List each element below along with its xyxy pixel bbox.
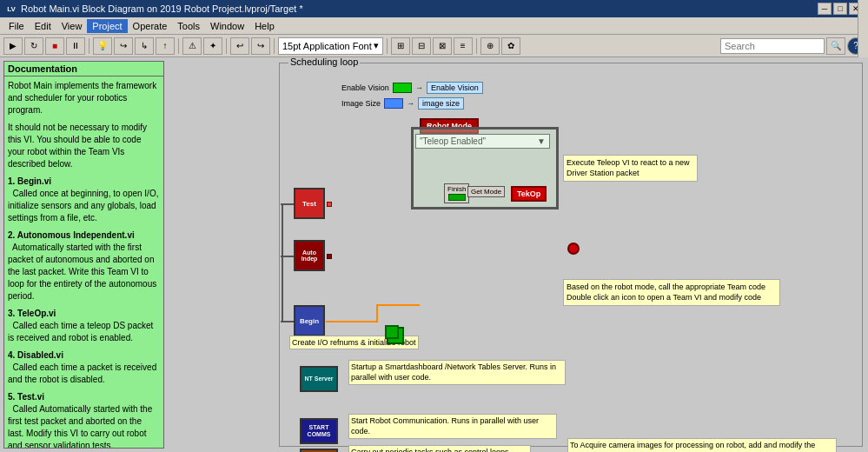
warning-button[interactable]: ⚠ xyxy=(182,37,202,55)
start-comms-label: START COMMS xyxy=(301,424,336,437)
telop-node: TekOp xyxy=(511,186,547,202)
doc-header: Documentation xyxy=(4,62,163,76)
minimize-button[interactable]: ─ xyxy=(818,3,832,15)
main-content: Documentation Robot Main implements the … xyxy=(0,57,868,452)
doc-item-1: 1. Begin.vi Called once at beginning, to… xyxy=(8,176,160,224)
menu-tools[interactable]: Tools xyxy=(172,19,205,33)
separator-4 xyxy=(274,38,275,54)
menu-operate[interactable]: Operate xyxy=(128,19,173,33)
redo-button[interactable]: ↪ xyxy=(251,37,270,55)
labview-logo: LV xyxy=(5,3,17,15)
font-label: 15pt Application Font xyxy=(282,41,372,51)
auto-indep-vi[interactable]: Auto Indep xyxy=(294,240,325,271)
menu-edit[interactable]: Edit xyxy=(30,19,56,33)
camera-comment: To Acquire camera images for processing … xyxy=(567,438,837,452)
wire-orange-2 xyxy=(376,304,420,306)
start-comms-vi[interactable]: START COMMS xyxy=(300,418,338,444)
image-size-row: Image Size → image size xyxy=(341,97,464,110)
test-vi-label: Test xyxy=(302,200,316,208)
enable-vision-text: Enable Vision xyxy=(341,83,389,92)
step-over-button[interactable]: ↪ xyxy=(114,37,133,55)
teleop-tasks-vi[interactable]: Teleop Tasks xyxy=(300,449,338,452)
connector-2 xyxy=(327,254,332,259)
step-out-button[interactable]: ↑ xyxy=(156,37,175,55)
reorder-button[interactable]: ≡ xyxy=(454,37,473,55)
run-continuously-button[interactable]: ↻ xyxy=(24,37,43,55)
separator-6 xyxy=(476,38,477,54)
scheduling-loop-label: Scheduling loop xyxy=(288,57,360,67)
window-controls: ─ □ ✕ xyxy=(818,3,863,15)
menu-bar: File Edit View Project Operate Tools Win… xyxy=(0,17,868,35)
undo-button[interactable]: ↩ xyxy=(230,37,249,55)
get-mode-container: Get Mode xyxy=(467,186,505,197)
enable-vision-led xyxy=(393,83,412,93)
cleanup-button[interactable]: ✦ xyxy=(203,37,222,55)
extra-btn1[interactable]: ⊕ xyxy=(480,37,500,55)
stop-button[interactable] xyxy=(567,243,580,255)
search-box: 🔍 xyxy=(720,37,845,55)
doc-intro: Robot Main implements the framework and … xyxy=(8,80,160,116)
search-input[interactable] xyxy=(720,38,825,54)
separator-1 xyxy=(89,38,89,54)
wire-3 xyxy=(281,321,294,322)
robot-mode-comment-text: Based on the robot mode, call the approp… xyxy=(567,282,765,302)
finish-led xyxy=(448,194,466,201)
stop-button-container xyxy=(567,243,580,255)
doc-item-3: 3. TeleOp.vi Called each time a teleop D… xyxy=(8,308,160,344)
enable-vision-row: Enable Vision → Enable Vision xyxy=(341,82,483,94)
menu-view[interactable]: View xyxy=(56,19,88,33)
robot-mode-comment: Based on the robot mode, call the approp… xyxy=(563,279,780,306)
nt-server-label: NT Server xyxy=(304,376,333,382)
doc-content[interactable]: Robot Main implements the framework and … xyxy=(4,76,163,448)
step-into-button[interactable]: ↳ xyxy=(135,37,154,55)
scheduling-loop-border: Scheduling loop xyxy=(279,63,863,447)
test-vi[interactable]: Test xyxy=(294,188,325,219)
connector-1 xyxy=(327,202,332,207)
title-text: Robot Main.vi Block Diagram on 2019 Robo… xyxy=(21,3,303,14)
menu-project[interactable]: Project xyxy=(87,19,127,33)
toolbar: ▶ ↻ ■ ⏸ 💡 ↪ ↳ ↑ ⚠ ✦ ↩ ↪ 15pt Application… xyxy=(0,35,868,57)
extra-btn2[interactable]: ✿ xyxy=(501,37,520,55)
search-button[interactable]: 🔍 xyxy=(826,37,845,55)
maximize-button[interactable]: □ xyxy=(833,3,847,15)
title-bar: LV Robot Main.vi Block Diagram on 2019 R… xyxy=(0,0,868,17)
begin-vi-label: Begin xyxy=(300,317,319,325)
resize-button[interactable]: ⊠ xyxy=(433,37,452,55)
auto-indep-vi-container: Auto Indep xyxy=(294,240,325,271)
begin-vi[interactable]: Begin xyxy=(294,305,325,336)
highlight-button[interactable]: 💡 xyxy=(93,37,112,55)
align-button[interactable]: ⊞ xyxy=(391,37,410,55)
image-size-text: Image Size xyxy=(341,99,381,108)
telop-vi[interactable]: TekOp xyxy=(511,186,547,202)
wire-orange xyxy=(326,321,378,322)
separator-2 xyxy=(178,38,179,54)
finish-node: Finish xyxy=(444,183,469,203)
abort-button[interactable]: ■ xyxy=(45,37,64,55)
doc-item-5: 5. Test.vi Called Automatically started … xyxy=(8,391,160,448)
image-size-led xyxy=(384,98,403,109)
get-mode-label: Get Mode xyxy=(471,188,501,196)
separator-3 xyxy=(226,38,227,54)
font-dropdown[interactable]: 15pt Application Font ▾ xyxy=(278,37,383,55)
menu-help[interactable]: Help xyxy=(249,19,280,33)
distribute-button[interactable]: ⊟ xyxy=(412,37,431,55)
run-button[interactable]: ▶ xyxy=(3,37,23,55)
enable-vision-indicator[interactable]: Enable Vision xyxy=(427,82,483,94)
diagram-panel: Scheduling loop Enable Vision → Enable V… xyxy=(168,57,868,452)
const-node xyxy=(385,325,399,339)
wire-vert-orange xyxy=(376,304,378,322)
teleop-comment: Execute Teleop VI to react to a new Driv… xyxy=(563,155,698,182)
teleop-tasks-comment: Carry out periodic tasks such as control… xyxy=(348,445,531,452)
title-bar-left: LV Robot Main.vi Block Diagram on 2019 R… xyxy=(5,3,303,15)
separator-5 xyxy=(387,38,388,54)
auto-indep-label: Auto Indep xyxy=(295,249,323,262)
menu-file[interactable]: File xyxy=(3,19,30,33)
pause-button[interactable]: ⏸ xyxy=(66,37,85,55)
doc-item-4: 4. Disabled.vi Called each time a packet… xyxy=(8,349,160,386)
menu-window[interactable]: Window xyxy=(205,19,249,33)
finish-container: Finish xyxy=(444,183,469,203)
image-size-indicator[interactable]: image size xyxy=(418,97,464,110)
begin-vi-container: Begin xyxy=(294,305,325,336)
nt-server-vi[interactable]: NT Server xyxy=(300,366,338,392)
wire-vert-1 xyxy=(282,203,283,321)
